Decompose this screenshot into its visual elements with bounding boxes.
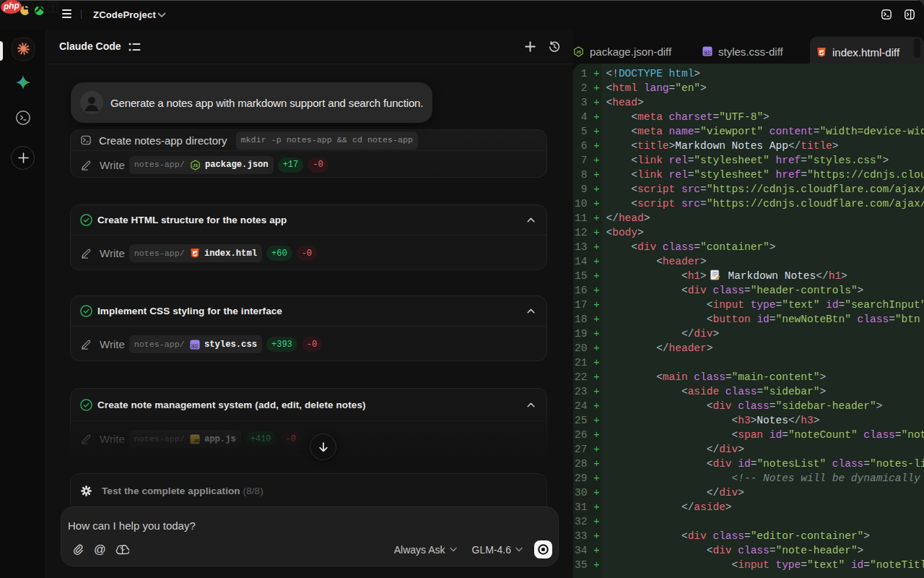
svg-text:JS: JS bbox=[576, 49, 581, 53]
svg-text:JS: JS bbox=[193, 163, 198, 167]
svg-text:JS: JS bbox=[193, 438, 199, 443]
svg-text:CSS: CSS bbox=[191, 344, 199, 348]
svg-text:CSS: CSS bbox=[704, 51, 711, 55]
